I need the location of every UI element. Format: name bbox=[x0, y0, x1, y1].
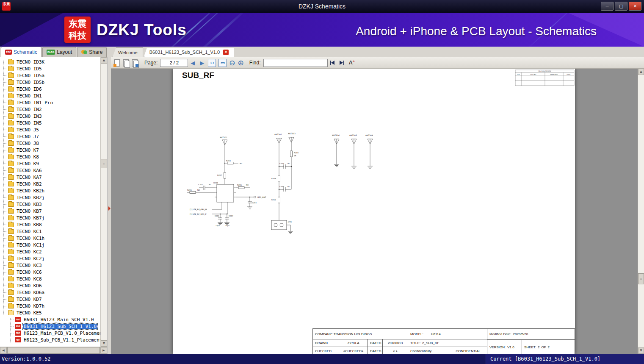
tree-item-folder[interactable]: TECNO KA7 bbox=[0, 174, 100, 181]
zoom-out-icon[interactable]: ⊖ bbox=[229, 59, 235, 67]
pdf-file-icon: PDF bbox=[15, 317, 21, 322]
scrollbar-thumb[interactable]: ≡ bbox=[101, 159, 107, 168]
scroll-down-icon[interactable]: ▼ bbox=[638, 347, 644, 354]
scroll-right-icon[interactable]: ▶ bbox=[100, 347, 107, 354]
tree-item-folder[interactable]: TECNO K9 bbox=[0, 160, 100, 167]
tree-item-folder[interactable]: TECNO KB7 bbox=[0, 208, 100, 214]
find-next-icon[interactable] bbox=[339, 60, 345, 65]
doc-tab-active[interactable]: B6031_H6123_Sub_SCH_1_V1.0 ✕ bbox=[144, 47, 234, 57]
fit-width-icon[interactable]: ↔ bbox=[208, 59, 216, 67]
tree-item-folder[interactable]: TECNO ID5a bbox=[0, 72, 100, 79]
tree-item-file[interactable]: PDFH6123_Sub_PCB_V1.1_Placement bbox=[0, 336, 100, 343]
tree-item-label: B6031_H6123_Main_SCH_V1.0 bbox=[23, 317, 95, 322]
tree-item-folder[interactable]: TECNO KE5 bbox=[0, 309, 100, 316]
tab-schematic[interactable]: PDF Schematic bbox=[1, 47, 41, 57]
tree-item-folder[interactable]: TECNO KD6 bbox=[0, 282, 100, 289]
scrollbar-thumb[interactable]: ≡ bbox=[638, 273, 644, 284]
tree-connector bbox=[3, 306, 7, 306]
sidebar-splitter[interactable] bbox=[107, 57, 111, 354]
scroll-down-icon[interactable]: ▼ bbox=[101, 340, 107, 347]
scroll-up-icon[interactable]: ▲ bbox=[638, 69, 644, 75]
tree-item-folder[interactable]: TECNO IN5 bbox=[0, 119, 100, 126]
tree-item-folder[interactable]: TECNO KA6 bbox=[0, 167, 100, 174]
tree-item-folder[interactable]: TECNO KD7 bbox=[0, 296, 100, 303]
scroll-left-icon[interactable]: ◀ bbox=[0, 347, 7, 354]
tree-item-folder[interactable]: TECNO IN1 bbox=[0, 92, 100, 99]
find-previous-icon[interactable] bbox=[329, 60, 335, 65]
folder-icon bbox=[8, 270, 14, 275]
scroll-up-icon[interactable]: ▲ bbox=[101, 57, 107, 64]
logo-text-line2: 科技 bbox=[64, 30, 91, 42]
tree-item-folder[interactable]: TECNO KC1h bbox=[0, 235, 100, 242]
document-vertical-scrollbar[interactable]: ▲ ≡ ▼ bbox=[638, 69, 644, 354]
continuous-view-icon[interactable] bbox=[131, 59, 138, 67]
tree-item-folder[interactable]: TECNO IN1 Pro bbox=[0, 99, 100, 106]
sidebar-vertical-scrollbar[interactable]: ▲ ≡ ▼ bbox=[100, 57, 107, 347]
svg-text:R207: R207 bbox=[217, 174, 222, 176]
tree-item-folder[interactable]: TECNO ID6 bbox=[0, 86, 100, 92]
tree-item-folder[interactable]: TECNO KC2j bbox=[0, 255, 100, 262]
tree-item-folder[interactable]: TECNO KB3 bbox=[0, 201, 100, 208]
tab-layout[interactable]: PADS Layout bbox=[42, 47, 76, 57]
fit-page-icon[interactable]: ▭ bbox=[218, 59, 227, 67]
page-number-input[interactable] bbox=[160, 59, 188, 67]
tree-item-label: TECNO J7 bbox=[16, 134, 40, 139]
match-case-icon[interactable]: Aa bbox=[349, 59, 355, 66]
sidebar-horizontal-scrollbar[interactable]: ◀ ▶ bbox=[0, 347, 107, 354]
tree-item-file[interactable]: PDFB6031_H6123_Sub_SCH_1_V1.0 bbox=[0, 323, 100, 330]
collapse-sidebar-icon[interactable] bbox=[108, 206, 111, 211]
tree-item-label: TECNO KB8 bbox=[16, 222, 43, 228]
tree-item-folder[interactable]: TECNO K7 bbox=[0, 147, 100, 153]
tree-item-file[interactable]: PDFB6031_H6123_Main_SCH_V1.0 bbox=[0, 316, 100, 323]
facing-page-view-icon[interactable] bbox=[122, 59, 130, 67]
tree-item-folder[interactable]: TECNO IN3 bbox=[0, 113, 100, 119]
maximize-button[interactable]: ▢ bbox=[615, 2, 627, 11]
tree-item-label: TECNO KB7 bbox=[16, 208, 43, 214]
tree-item-folder[interactable]: TECNO KC8 bbox=[0, 275, 100, 282]
tree-item-folder[interactable]: TECNO ID5 bbox=[0, 65, 100, 72]
tree-item-folder[interactable]: TECNO KB2 bbox=[0, 181, 100, 187]
tree-item-folder[interactable]: TECNO KB2h bbox=[0, 187, 100, 194]
tree-item-folder[interactable]: TECNO J7 bbox=[0, 133, 100, 140]
tree-item-folder[interactable]: TECNO J8 bbox=[0, 140, 100, 147]
close-button[interactable]: ✕ bbox=[629, 2, 641, 11]
minimize-button[interactable]: ─ bbox=[601, 2, 614, 11]
dated2-label: DATED bbox=[370, 349, 381, 353]
svg-text:NC: NC bbox=[240, 162, 242, 164]
zoom-in-icon[interactable]: ⊕ bbox=[238, 59, 244, 67]
tree-item-folder[interactable]: TECNO KC6 bbox=[0, 269, 100, 275]
tree-item-folder[interactable]: TECNO ID3K bbox=[0, 58, 100, 65]
tree-item-folder[interactable]: TECNO KD6a bbox=[0, 289, 100, 296]
tree-item-folder[interactable]: TECNO K8 bbox=[0, 153, 100, 160]
next-page-icon[interactable]: ▶ bbox=[200, 60, 204, 66]
tree-item-folder[interactable]: TECNO ID5b bbox=[0, 79, 100, 86]
folder-icon bbox=[8, 243, 14, 247]
doc-tab-welcome[interactable]: Welcome bbox=[113, 47, 143, 57]
tree-connector bbox=[3, 252, 7, 252]
tree-item-folder[interactable]: TECNO IN2 bbox=[0, 106, 100, 113]
tree-item-label: TECNO ID6 bbox=[16, 86, 43, 92]
tree-item-folder[interactable]: TECNO KC3 bbox=[0, 262, 100, 269]
tree-item-folder[interactable]: TECNO KC2 bbox=[0, 248, 100, 255]
tree-item-label: TECNO KB2h bbox=[16, 188, 45, 194]
svg-text:ANT201: ANT201 bbox=[220, 136, 227, 139]
tree-item-label: TECNO KC1j bbox=[16, 242, 45, 248]
tree-item-file[interactable]: PDFH6123_Main_PCB_V1.0_Placement bbox=[0, 330, 100, 336]
modified-date-value: 2020/5/20 bbox=[513, 332, 528, 336]
tab-share[interactable]: Share bbox=[77, 47, 107, 57]
tree-item-folder[interactable]: TECNO J5 bbox=[0, 126, 100, 133]
tree-item-folder[interactable]: TECNO KB8 bbox=[0, 221, 100, 228]
tree-connector bbox=[3, 150, 7, 150]
find-input[interactable] bbox=[263, 59, 328, 67]
previous-page-icon[interactable]: ◀ bbox=[191, 60, 195, 66]
single-page-view-icon[interactable] bbox=[113, 59, 121, 67]
tree-item-folder[interactable]: TECNO KB7j bbox=[0, 214, 100, 221]
close-tab-icon[interactable]: ✕ bbox=[223, 50, 229, 55]
tree-item-folder[interactable]: TECNO KC1j bbox=[0, 242, 100, 248]
folder-icon bbox=[8, 229, 14, 234]
svg-text:ANT301: ANT301 bbox=[274, 133, 282, 136]
tree-item-folder[interactable]: TECNO KC1 bbox=[0, 228, 100, 235]
scrollbar-thumb[interactable] bbox=[7, 347, 100, 354]
tree-item-folder[interactable]: TECNO KB2j bbox=[0, 194, 100, 201]
tree-item-folder[interactable]: TECNO KD7h bbox=[0, 303, 100, 309]
